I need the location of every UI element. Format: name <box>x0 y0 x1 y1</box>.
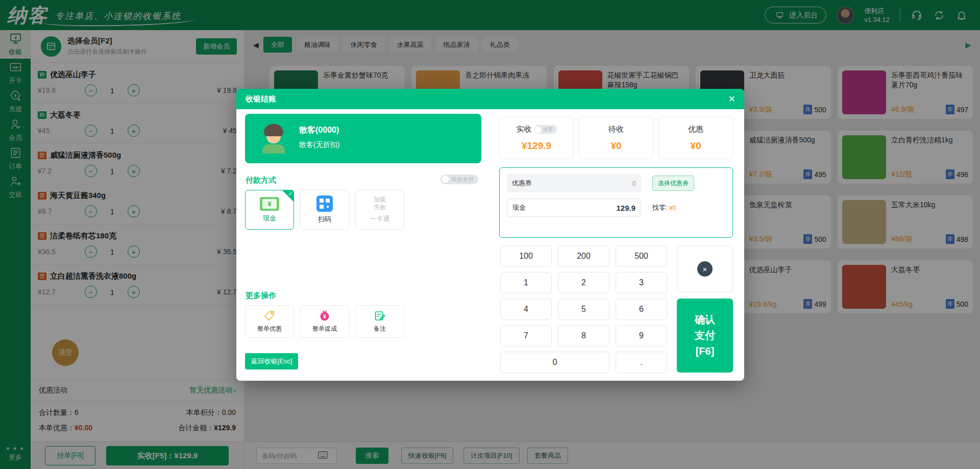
numpad-key-7[interactable]: 7 <box>500 325 552 347</box>
union-pay-toggle[interactable]: 联合支付 <box>440 175 478 184</box>
svg-text:¥: ¥ <box>323 314 326 319</box>
numpad-key-5[interactable]: 5 <box>558 299 609 320</box>
numpad-key-6[interactable]: 6 <box>616 299 667 320</box>
discount-tag-icon <box>263 310 276 322</box>
round-off-toggle[interactable]: 抹零 <box>534 125 557 134</box>
load-failed-text: 加载失败 <box>371 196 388 211</box>
numpad-key-8[interactable]: 8 <box>558 325 609 347</box>
cash-icon <box>260 197 279 211</box>
numpad-key-2[interactable]: 2 <box>558 272 609 293</box>
modal-header: 收银结账 × <box>236 89 744 109</box>
payment-section-label: 付款方式 <box>246 176 276 185</box>
qr-scan-icon <box>316 195 333 212</box>
order-commission-action[interactable]: ¥ 整单提成 <box>300 305 349 338</box>
round-off-label: 抹零 <box>543 126 553 133</box>
payment-method-scan[interactable]: 扫码 <box>300 190 349 230</box>
action-label: 备注 <box>374 325 386 333</box>
cash-amount-value: 129.9 <box>616 204 635 212</box>
payment-method-label: 现金 <box>263 214 276 223</box>
discount-stat-card: 优惠 ¥0 <box>658 116 733 159</box>
pending-value: ¥0 <box>579 140 653 152</box>
coupon-label: 优惠券 <box>512 179 532 188</box>
note-pen-icon <box>374 310 386 322</box>
pending-stat-card: 待收 ¥0 <box>579 116 653 159</box>
payment-method-onecard[interactable]: 加载失败 一卡通 <box>355 190 404 230</box>
member-name: 散客(0000) <box>299 125 339 136</box>
payment-method-label: 一卡通 <box>370 214 390 224</box>
received-value: ¥129.9 <box>500 140 573 152</box>
selected-check-icon: ✓ <box>282 190 294 202</box>
more-actions-label: 更多操作 <box>246 291 276 301</box>
pending-label: 待收 <box>608 125 624 134</box>
discount-value: ¥0 <box>659 140 732 152</box>
numpad-key-1[interactable]: 1 <box>500 272 552 293</box>
select-coupon-button[interactable]: 选择优惠券 <box>652 176 694 191</box>
coupon-row: 优惠券 0 <box>507 174 641 192</box>
member-level: 散客(无折扣) <box>299 140 339 150</box>
payment-detail-box: 优惠券 0 选择优惠券 现金 129.9 找零: ¥0 <box>499 167 733 238</box>
numpad-key-4[interactable]: 4 <box>500 299 552 320</box>
coupon-count: 0 <box>632 180 636 187</box>
confirm-pay-button[interactable]: 确认支付[F6] <box>677 299 733 373</box>
commission-icon: ¥ <box>318 310 331 322</box>
remark-action[interactable]: 备注 <box>355 305 404 338</box>
change-value: ¥0 <box>669 204 676 212</box>
modal-title: 收银结账 <box>246 94 276 104</box>
toggle-knob <box>534 126 542 133</box>
order-discount-action[interactable]: 整单优惠 <box>245 305 294 338</box>
payment-method-label: 扫码 <box>318 215 331 224</box>
member-card: 散客(0000) 散客(无折扣) <box>245 114 481 163</box>
discount-label: 优惠 <box>688 125 703 134</box>
numpad-key-0[interactable]: 0 <box>500 352 609 373</box>
numpad-backspace-key[interactable]: × <box>677 245 733 292</box>
numpad-key-100[interactable]: 100 <box>500 245 552 267</box>
cash-label: 现金 <box>512 203 526 212</box>
numpad-key-500[interactable]: 500 <box>616 245 667 267</box>
member-avatar <box>258 123 289 154</box>
action-label: 整单优惠 <box>257 325 282 333</box>
close-icon[interactable]: × <box>728 93 735 105</box>
received-stat-card: 实收 抹零 ¥129.9 <box>499 116 574 159</box>
back-to-cashier-button[interactable]: 返回收银[Esc] <box>245 353 298 369</box>
received-label: 实收 <box>517 125 532 134</box>
change-label: 找零: <box>652 203 668 212</box>
action-label: 整单提成 <box>312 325 337 333</box>
numpad-key-200[interactable]: 200 <box>558 245 609 267</box>
toggle-knob <box>442 176 449 183</box>
pos-app: 纳客 专注单店、小连锁的收银系统 进入后台 便利店 v1.34.12 <box>0 0 980 469</box>
numpad-key-3[interactable]: 3 <box>616 272 667 293</box>
checkout-modal: 收银结账 × 散客(0000) 散客(无折扣) 付款方式 联合支付 现金 ✓ 扫… <box>236 89 744 381</box>
numpad-key-dot[interactable]: . <box>616 352 667 373</box>
union-pay-label: 联合支付 <box>451 176 474 183</box>
payment-method-cash[interactable]: 现金 ✓ <box>245 190 294 230</box>
cash-amount-row[interactable]: 现金 129.9 <box>507 199 641 217</box>
numpad-key-9[interactable]: 9 <box>616 325 667 347</box>
backspace-icon: × <box>697 261 713 277</box>
